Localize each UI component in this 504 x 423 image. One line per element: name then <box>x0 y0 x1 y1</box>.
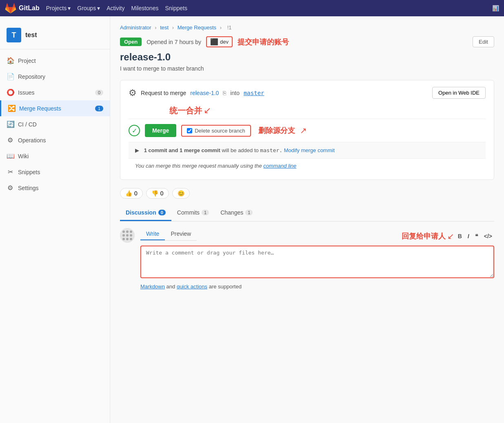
chevron-down-icon: ▾ <box>97 5 100 11</box>
thumbs-down-count: 0 <box>160 190 164 197</box>
project-name: test <box>25 31 37 39</box>
markdown-note: Markdown and quick actions are supported <box>120 283 494 290</box>
sidebar-item-settings[interactable]: ⚙ Settings <box>0 180 110 196</box>
svg-point-9 <box>130 238 132 240</box>
svg-point-1 <box>122 230 125 233</box>
modify-merge-commit-link[interactable]: Modify merge commit <box>284 147 335 153</box>
nav-projects[interactable]: Projects ▾ <box>46 5 71 11</box>
target-branch-link[interactable]: master <box>244 90 264 96</box>
edit-button[interactable]: Edit <box>473 36 494 47</box>
navbar-brand: GitLab <box>5 2 40 14</box>
svg-point-6 <box>130 234 132 237</box>
delete-branch-checkbox[interactable] <box>187 128 192 133</box>
manual-merge-text: You can merge this merge request manuall… <box>135 163 262 169</box>
nav-groups[interactable]: Groups ▾ <box>77 5 100 11</box>
snippets-icon: ✂ <box>7 168 14 176</box>
sidebar-item-label: Operations <box>18 137 46 144</box>
commits-count: 1 <box>202 210 209 215</box>
breadcrumb-sep: › <box>155 24 156 31</box>
chevron-down-icon: ▾ <box>68 5 71 11</box>
quick-actions-link[interactable]: quick actions <box>177 283 207 290</box>
breadcrumb-admin[interactable]: Administrator <box>120 24 151 31</box>
delete-branch-box: Delete source branch <box>181 125 251 137</box>
project-avatar: T <box>7 28 21 42</box>
code-button[interactable]: </> <box>482 232 494 240</box>
into-text: into <box>230 90 240 96</box>
main-content: Administrator › test › Merge Requests › … <box>110 16 504 423</box>
sidebar-item-label: Repository <box>18 73 45 80</box>
opened-info: Opened in 7 hours by <box>147 39 201 45</box>
cicd-icon: 🔄 <box>7 120 14 128</box>
gitlab-logo-icon <box>5 2 16 14</box>
page-title: release-1.0 <box>120 51 494 63</box>
bold-button[interactable]: B <box>456 232 464 240</box>
commit-info: ▶ 1 commit and 1 merge commit will be ad… <box>129 142 486 158</box>
breadcrumb-merge-requests[interactable]: Merge Requests <box>178 24 216 31</box>
merge-commit: and 1 merge commit <box>169 147 220 153</box>
added-to-text: will be added to <box>222 147 260 153</box>
source-branch-link[interactable]: release-1.0 <box>190 90 219 96</box>
nav-activity[interactable]: Activity <box>107 5 124 11</box>
brand-name: GitLab <box>19 4 40 12</box>
navbar: GitLab Projects ▾ Groups ▾ Activity Mile… <box>0 0 504 16</box>
sidebar-item-repository[interactable]: 📄 Repository <box>0 69 110 84</box>
expand-arrow[interactable]: ▶ <box>135 147 139 153</box>
annotation-reply: 回复给申请人 <box>402 231 446 241</box>
annotation-merge: 统一合并 <box>169 106 202 115</box>
check-circle: ✓ <box>129 125 140 136</box>
sidebar-item-merge-requests[interactable]: 🔀 Merge Requests 1 <box>0 100 110 116</box>
svg-point-5 <box>126 234 129 237</box>
breadcrumb-sep: › <box>172 24 174 31</box>
nav-milestones[interactable]: Milestones <box>131 5 159 11</box>
command-line-link[interactable]: command line <box>263 163 296 169</box>
status-badge: Open <box>120 38 142 46</box>
nav-snippets[interactable]: Snippets <box>165 5 187 11</box>
annotation-delete: 删除源分支 <box>258 126 295 135</box>
page-layout: T test 🏠 Project 📄 Repository ⭕ Issues 0… <box>0 16 504 423</box>
write-tab[interactable]: Write <box>140 228 165 240</box>
sidebar-item-project[interactable]: 🏠 Project <box>0 53 110 69</box>
sidebar-item-cicd[interactable]: 🔄 CI / CD <box>0 116 110 132</box>
breadcrumb-test[interactable]: test <box>160 24 169 31</box>
issues-icon: ⭕ <box>7 89 14 96</box>
svg-point-4 <box>122 234 125 237</box>
sidebar-item-label: Wiki <box>18 153 29 159</box>
comment-editor: Write Preview 回复给申请人 ↙ B I ❝ </> <box>140 228 494 279</box>
thumbs-up-button[interactable]: 👍 0 <box>120 188 143 199</box>
preview-tab[interactable]: Preview <box>165 228 197 240</box>
sidebar-item-snippets[interactable]: ✂ Snippets <box>0 164 110 180</box>
sidebar: T test 🏠 Project 📄 Repository ⭕ Issues 0… <box>0 16 110 423</box>
merge-requests-icon: 🔀 <box>8 104 15 112</box>
open-web-ide-button[interactable]: Open in Web IDE <box>432 87 486 99</box>
request-to-merge-label: Request to merge <box>141 90 186 96</box>
merge-info-box: ⚙ Request to merge release-1.0 ⎘ into ma… <box>120 80 494 180</box>
annotation-merge-container: 统一合并 ↙ <box>129 105 486 116</box>
merge-button[interactable]: Merge <box>145 124 176 137</box>
sidebar-item-label: CI / CD <box>18 121 37 128</box>
sidebar-item-issues[interactable]: ⭕ Issues 0 <box>0 84 110 100</box>
page-description: I want to merge to master branch <box>120 65 494 72</box>
issues-badge: 0 <box>95 90 103 95</box>
command-line-info: You can merge this merge request manuall… <box>129 158 486 173</box>
markdown-link[interactable]: Markdown <box>140 283 165 290</box>
tab-changes[interactable]: Changes 1 <box>215 205 258 221</box>
emoji-button[interactable]: 😊 <box>172 188 190 199</box>
thumbs-up-count: 0 <box>134 190 138 197</box>
copy-icon[interactable]: ⎘ <box>223 90 226 96</box>
annotation-submitter: 提交申请的账号 <box>238 37 289 47</box>
quote-button[interactable]: ❝ <box>473 232 480 240</box>
sidebar-item-label: Project <box>18 58 36 64</box>
comment-textarea[interactable] <box>140 246 494 278</box>
thumbs-down-button[interactable]: 👎 0 <box>146 188 169 199</box>
nav-chart-icon[interactable]: 📊 <box>492 5 499 11</box>
tab-commits[interactable]: Commits 1 <box>171 205 215 221</box>
italic-button[interactable]: I <box>466 232 471 240</box>
editor-tabs: Write Preview <box>140 228 197 241</box>
breadcrumb-id: !1 <box>227 24 232 31</box>
tab-discussion[interactable]: Discussion 0 <box>120 205 171 221</box>
sidebar-item-wiki[interactable]: 📖 Wiki <box>0 148 110 164</box>
commit-count: 1 commit <box>144 147 167 153</box>
sidebar-item-label: Snippets <box>18 169 40 175</box>
sidebar-item-label: Settings <box>18 185 39 191</box>
sidebar-item-operations[interactable]: ⚙ Operations <box>0 132 110 148</box>
